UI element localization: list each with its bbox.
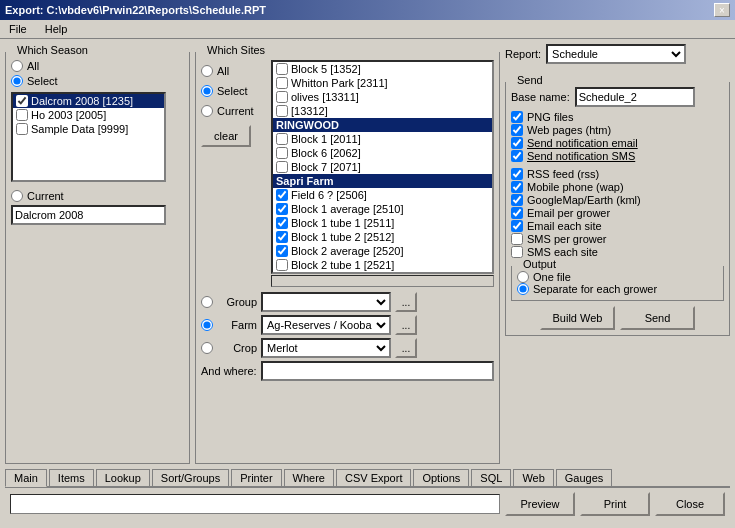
tab-where[interactable]: Where: [284, 469, 334, 486]
tab-csvexport[interactable]: CSV Export: [336, 469, 411, 486]
site-item[interactable]: Whitton Park [2311]: [273, 76, 492, 90]
site-item[interactable]: Block 1 average [2510]: [273, 202, 492, 216]
report-select[interactable]: Schedule: [546, 44, 686, 64]
site-item[interactable]: Block 1 [2011]: [273, 132, 492, 146]
close-button-bottom[interactable]: Close: [655, 492, 725, 516]
site-checkbox-13[interactable]: [276, 245, 288, 257]
site-checkbox-14[interactable]: [276, 259, 288, 271]
tab-sortgroups[interactable]: Sort/Groups: [152, 469, 229, 486]
season-list[interactable]: Dalcrom 2008 [1235] Ho 2003 [2005] Sampl…: [11, 92, 166, 182]
mobile-checkbox[interactable]: [511, 181, 523, 193]
horiz-scrollbar[interactable]: [271, 275, 494, 287]
filter-group-select[interactable]: [261, 292, 391, 312]
build-web-button[interactable]: Build Web: [540, 306, 615, 330]
rss-checkbox[interactable]: [511, 168, 523, 180]
season-select-label: Select: [27, 75, 58, 87]
site-checkbox-10[interactable]: [276, 203, 288, 215]
list-item[interactable]: Dalcrom 2008 [1235]: [13, 94, 164, 108]
send-sms-checkbox[interactable]: [511, 150, 523, 162]
season-current-radio[interactable]: [11, 190, 23, 202]
site-item[interactable]: Field 6 ? [2506]: [273, 188, 492, 202]
googlemap-checkbox[interactable]: [511, 194, 523, 206]
site-checkbox-6[interactable]: [276, 147, 288, 159]
site-item[interactable]: Block 5 [1352]: [273, 62, 492, 76]
email-site-checkbox[interactable]: [511, 220, 523, 232]
site-item[interactable]: Block 6 [2062]: [273, 146, 492, 160]
season-select-radio[interactable]: [11, 75, 23, 87]
tab-sql[interactable]: SQL: [471, 469, 511, 486]
where-input[interactable]: [261, 361, 494, 381]
season-item-checkbox-1[interactable]: [16, 109, 28, 121]
filter-farm-select[interactable]: Ag-Reserves / Kooba: [261, 315, 391, 335]
site-item[interactable]: [13312]: [273, 104, 492, 118]
filter-group-btn[interactable]: ...: [395, 292, 417, 312]
sms-grower-label: SMS per grower: [527, 233, 606, 245]
site-item[interactable]: Block 2 average [2520]: [273, 244, 492, 258]
tab-lookup[interactable]: Lookup: [96, 469, 150, 486]
tab-options[interactable]: Options: [413, 469, 469, 486]
tab-main[interactable]: Main: [5, 469, 47, 487]
send-sms-row: Send notification SMS: [511, 150, 724, 162]
site-item[interactable]: Block 1 tube 2 [2512]: [273, 230, 492, 244]
site-item[interactable]: Block 1 tube 1 [2511]: [273, 216, 492, 230]
send-email-row: Send notification email: [511, 137, 724, 149]
filter-rows: Group ... Farm Ag-Reserves / Kooba ...: [201, 292, 494, 381]
filter-farm-btn[interactable]: ...: [395, 315, 417, 335]
site-item[interactable]: olives [13311]: [273, 90, 492, 104]
filter-group-radio[interactable]: [201, 296, 213, 308]
output-onefile-radio[interactable]: [517, 271, 529, 283]
tab-gauges[interactable]: Gauges: [556, 469, 613, 486]
send-button[interactable]: Send: [620, 306, 695, 330]
season-all-radio[interactable]: [11, 60, 23, 72]
output-pergrower-radio[interactable]: [517, 283, 529, 295]
filter-farm-radio[interactable]: [201, 319, 213, 331]
sites-list[interactable]: Block 5 [1352] Whitton Park [2311] olive…: [271, 60, 494, 274]
close-button[interactable]: ×: [714, 3, 730, 17]
sms-grower-checkbox[interactable]: [511, 233, 523, 245]
email-grower-row: Email per grower: [511, 207, 724, 219]
sms-site-label: SMS each site: [527, 246, 598, 258]
menu-bar: File Help: [0, 20, 735, 39]
base-name-input[interactable]: [575, 87, 695, 107]
site-checkbox-7[interactable]: [276, 161, 288, 173]
png-files-label: PNG files: [527, 111, 573, 123]
site-checkbox-1[interactable]: [276, 77, 288, 89]
site-checkbox-9[interactable]: [276, 189, 288, 201]
season-item-checkbox-0[interactable]: [16, 95, 28, 107]
preview-button[interactable]: Preview: [505, 492, 575, 516]
site-checkbox-0[interactable]: [276, 63, 288, 75]
list-item[interactable]: Sample Data [9999]: [13, 122, 164, 136]
site-item[interactable]: Block 7 [2071]: [273, 160, 492, 174]
site-label-3: [13312]: [291, 105, 328, 117]
menu-file[interactable]: File: [5, 22, 31, 36]
site-item[interactable]: Block 2 tube 1 [2521]: [273, 258, 492, 272]
clear-button[interactable]: clear: [201, 125, 251, 147]
menu-help[interactable]: Help: [41, 22, 72, 36]
sites-current-radio[interactable]: [201, 105, 213, 117]
sms-site-checkbox[interactable]: [511, 246, 523, 258]
tab-items[interactable]: Items: [49, 469, 94, 486]
tab-web[interactable]: Web: [513, 469, 553, 486]
site-checkbox-5[interactable]: [276, 133, 288, 145]
web-pages-checkbox[interactable]: [511, 124, 523, 136]
print-button[interactable]: Print: [580, 492, 650, 516]
site-checkbox-12[interactable]: [276, 231, 288, 243]
filter-crop-select[interactable]: Merlot: [261, 338, 391, 358]
png-files-checkbox[interactable]: [511, 111, 523, 123]
sites-select-radio[interactable]: [201, 85, 213, 97]
filter-group-label: Group: [217, 296, 257, 308]
list-item[interactable]: Ho 2003 [2005]: [13, 108, 164, 122]
mobile-label: Mobile phone (wap): [527, 181, 624, 193]
sites-all-radio[interactable]: [201, 65, 213, 77]
filter-crop-btn[interactable]: ...: [395, 338, 417, 358]
season-item-checkbox-2[interactable]: [16, 123, 28, 135]
site-checkbox-2[interactable]: [276, 91, 288, 103]
email-grower-checkbox[interactable]: [511, 207, 523, 219]
send-group-label: Send: [514, 74, 546, 86]
site-checkbox-3[interactable]: [276, 105, 288, 117]
filter-crop-radio[interactable]: [201, 342, 213, 354]
send-email-checkbox[interactable]: [511, 137, 523, 149]
filter-farm-row: Farm Ag-Reserves / Kooba ...: [201, 315, 494, 335]
site-checkbox-11[interactable]: [276, 217, 288, 229]
tab-printer[interactable]: Printer: [231, 469, 281, 486]
